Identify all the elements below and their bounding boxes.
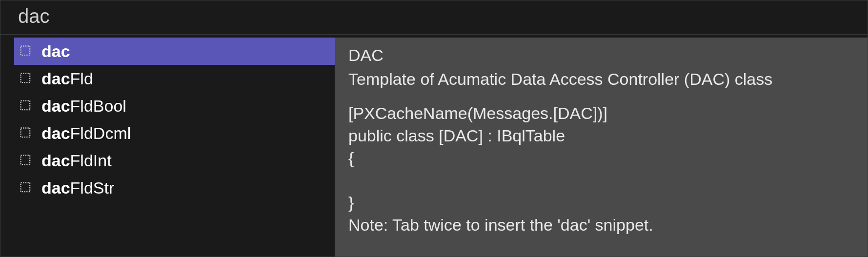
snippet-icon — [19, 44, 33, 58]
svg-rect-0 — [21, 46, 30, 56]
content-area: dac dacFld dacFldBool dacFldDcml dacFldI… — [0, 35, 868, 257]
svg-rect-4 — [21, 156, 30, 165]
suggestion-list: dac dacFld dacFldBool dacFldDcml dacFldI… — [0, 38, 335, 257]
details-note: Note: Tab twice to insert the 'dac' snip… — [348, 214, 854, 237]
svg-rect-2 — [21, 101, 30, 110]
suggestion-item[interactable]: dacFldStr — [14, 174, 335, 201]
suggestion-label: dacFldBool — [41, 97, 126, 116]
suggestion-item[interactable]: dacFldBool — [14, 92, 335, 119]
search-input[interactable]: dac — [0, 0, 868, 35]
snippet-icon — [19, 126, 33, 140]
suggestion-label: dacFldStr — [41, 178, 114, 198]
suggestion-label: dacFld — [41, 69, 93, 88]
svg-rect-5 — [21, 183, 30, 192]
intellisense-popup: dac dac dacFld dacFldBool dacFldDcml dac… — [0, 0, 868, 257]
snippet-icon — [19, 99, 33, 113]
suggestion-label: dac — [41, 42, 70, 61]
suggestion-item[interactable]: dac — [14, 38, 335, 65]
details-title: DAC — [348, 44, 854, 67]
suggestion-label: dacFldDcml — [41, 124, 131, 143]
suggestion-item[interactable]: dacFld — [14, 65, 335, 92]
details-code: [PXCacheName(Messages.[DAC])] public cla… — [348, 102, 854, 214]
suggestion-item[interactable]: dacFldDcml — [14, 119, 335, 147]
details-description: Template of Acumatic Data Access Control… — [348, 68, 854, 91]
snippet-icon — [19, 154, 33, 167]
suggestion-item[interactable]: dacFldInt — [14, 147, 335, 174]
svg-rect-3 — [21, 128, 30, 138]
suggestion-label: dacFldInt — [41, 151, 112, 170]
svg-rect-1 — [21, 74, 30, 83]
snippet-icon — [19, 72, 33, 85]
details-panel: DAC Template of Acumatic Data Access Con… — [335, 38, 868, 257]
snippet-icon — [19, 181, 33, 195]
